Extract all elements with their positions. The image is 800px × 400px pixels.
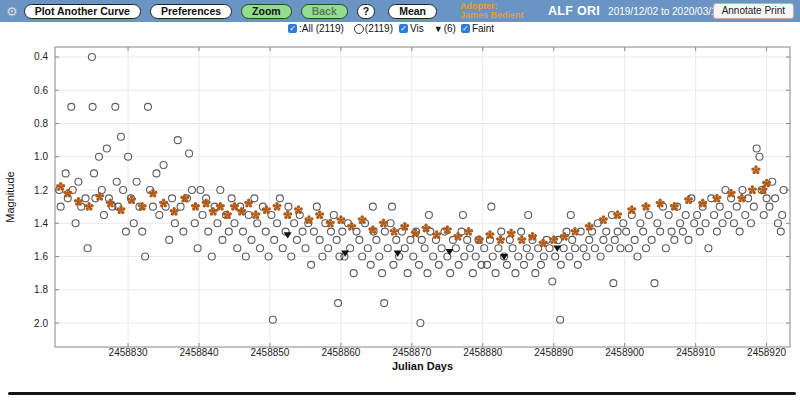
y-tick-label: 1.2	[34, 185, 48, 196]
y-axis-title: Magnitude	[4, 171, 16, 222]
light-curve-plot[interactable]: 0.40.60.81.01.21.41.61.82.02458830245884…	[0, 34, 800, 384]
x-tick-label: 2458910	[676, 347, 715, 358]
x-tick-label: 2458900	[605, 347, 644, 358]
x-tick-label: 2458850	[250, 347, 289, 358]
filter-faint: ▼ (6) ✓ Faint	[434, 23, 494, 34]
filter-vis: (2119) ✓ Vis	[354, 23, 424, 34]
y-tick-label: 1.8	[34, 284, 48, 295]
x-tick-label: 2458890	[534, 347, 573, 358]
x-tick-label: 2458830	[109, 347, 148, 358]
y-tick-label: 0.8	[34, 118, 48, 129]
y-tick-label: 1.0	[34, 151, 48, 162]
y-tick-label: 1.6	[34, 251, 48, 262]
all-label: :All (2119)	[299, 23, 344, 34]
mean-button[interactable]: Mean	[388, 4, 437, 19]
x-tick-label: 2458870	[392, 347, 431, 358]
vis-circle-icon	[354, 24, 364, 34]
faint-checkbox[interactable]: ✓	[461, 24, 470, 33]
chart-title-block: ALF ORI 2019/12/02 to 2020/03/14	[548, 0, 722, 22]
bottom-divider	[8, 392, 796, 395]
faint-triangle-icon: ▼	[434, 24, 443, 34]
adopter-block: Adopter: James Bedient	[460, 2, 524, 20]
y-tick-label: 0.6	[34, 85, 48, 96]
y-tick-label: 0.4	[34, 51, 48, 62]
date-range: 2019/12/02 to 2020/03/14	[608, 6, 722, 17]
vis-checkbox[interactable]: ✓	[399, 24, 408, 33]
star-name: ALF ORI	[548, 4, 600, 18]
toolbar: ⚙ Plot Another Curve Preferences Zoom Ba…	[0, 0, 800, 22]
gear-icon[interactable]: ⚙	[6, 5, 18, 18]
adopter-name: James Bedient	[460, 11, 524, 20]
vis-label: Vis	[410, 23, 424, 34]
annotate-print-button[interactable]: Annotate Print	[713, 3, 794, 19]
x-tick-label: 2458880	[463, 347, 502, 358]
grid	[55, 47, 790, 347]
faint-count-label: (6)	[444, 23, 456, 34]
light-curve-app: ⚙ Plot Another Curve Preferences Zoom Ba…	[0, 0, 800, 400]
filter-all: ✓ :All (2119)	[288, 23, 344, 34]
x-axis-title: Julian Days	[392, 360, 453, 372]
y-tick-label: 1.4	[34, 218, 48, 229]
x-tick-label: 2458920	[747, 347, 786, 358]
preferences-button[interactable]: Preferences	[150, 4, 232, 19]
all-checkbox[interactable]: ✓	[288, 24, 297, 33]
zoom-button[interactable]: Zoom	[241, 4, 292, 19]
back-button[interactable]: Back	[301, 4, 348, 19]
x-tick-label: 2458860	[321, 347, 360, 358]
vis-count-label: (2119)	[365, 23, 393, 34]
series-orange-asterisk	[56, 165, 771, 247]
faint-label: Faint	[472, 23, 494, 34]
y-tick-label: 2.0	[34, 318, 48, 329]
x-tick-label: 2458840	[180, 347, 219, 358]
plot-another-curve-button[interactable]: Plot Another Curve	[24, 4, 141, 19]
help-button[interactable]: ?	[357, 4, 375, 19]
